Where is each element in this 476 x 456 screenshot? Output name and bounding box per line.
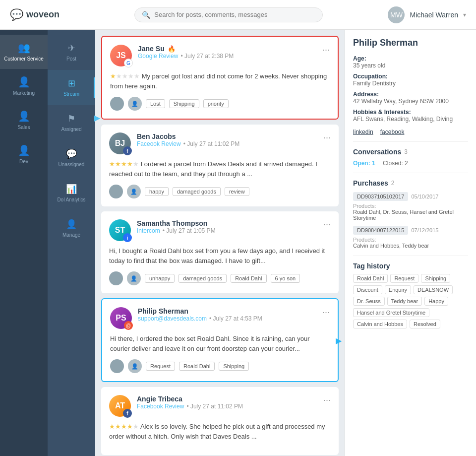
- address-label: Address:: [353, 91, 468, 98]
- tag-hist-6[interactable]: Dr. Seuss: [353, 297, 385, 306]
- sidebar-label-sales: Sales: [17, 125, 30, 130]
- tag-hist-8[interactable]: Happy: [424, 297, 448, 306]
- analytics-icon: 📊: [66, 184, 77, 195]
- nav-item-analytics[interactable]: 📊 Dol Analytics: [48, 176, 95, 211]
- conversations-header: Conversations 3: [353, 148, 468, 156]
- card-samantha-thompson[interactable]: ST i Samantha Thompson Intercom • July 2…: [101, 211, 339, 293]
- date-philip: • July 27 at 4:53 PM: [209, 315, 262, 322]
- card-arrow-philip: ▶: [336, 335, 342, 345]
- source-sam: Intercom: [137, 227, 160, 234]
- date-sam: • July 27 at 1:05 PM: [163, 227, 216, 234]
- tag-happy[interactable]: happy: [145, 187, 169, 196]
- card-name-jane-su: Jane Su: [138, 45, 165, 53]
- tag-roald-dahl-philip[interactable]: Roald Dahl: [179, 362, 215, 371]
- tag-request-philip[interactable]: Request: [146, 362, 175, 371]
- body-angie: ★★★★★ Alex is so lovely. She helped he p…: [109, 422, 331, 441]
- tag-roald-dahl-sam[interactable]: Roald Dahl: [231, 274, 266, 283]
- tag-unhappy[interactable]: unhappy: [145, 274, 175, 283]
- order-products-1: Roald Dahl, Dr. Seuss, Hansel and Gretel…: [353, 209, 468, 221]
- tag-hist-0[interactable]: Roald Dahl: [353, 274, 388, 283]
- social-links: linkedin facebook: [353, 129, 468, 135]
- nav-item-assigned[interactable]: ⚑ Assigned: [48, 105, 95, 140]
- logo-icon: 💬: [10, 8, 23, 21]
- tag-hist-11[interactable]: Resolved: [410, 320, 440, 328]
- nav-arrow-indicator: ▶: [94, 113, 100, 123]
- footer-philip: 👤 Request Roald Dahl Shipping: [110, 359, 330, 373]
- tag-shipping-philip[interactable]: Shipping: [219, 362, 249, 371]
- tag-hist-10[interactable]: Calvin and Hobbes: [353, 320, 407, 328]
- right-panel: Philip Sherman Age: 35 years old Occupat…: [345, 30, 476, 456]
- tag-hist-9[interactable]: Hansel and Gretel Storytime: [353, 308, 429, 317]
- profile-name: Philip Sherman: [353, 38, 468, 48]
- footer-ben: 👤 happy damaged goods review: [109, 185, 331, 198]
- facebook-link[interactable]: facebook: [380, 129, 405, 135]
- sidebar-label-customer-service: Customer Service: [4, 56, 43, 62]
- hobbies-label: Hobbies & Interests:: [353, 109, 468, 116]
- platform-badge-facebook-ben: f: [123, 146, 132, 155]
- card-name-sam: Samantha Thompson: [137, 219, 317, 227]
- tag-6yo-son[interactable]: 6 yo son: [271, 274, 300, 283]
- chevron-down-icon: ▾: [463, 11, 466, 18]
- sidebar-label-marketing: Marketing: [13, 90, 35, 96]
- more-menu-ben[interactable]: ···: [323, 132, 331, 143]
- profile-age: Age: 35 years old: [353, 55, 468, 69]
- tag-hist-5[interactable]: DEALSNOW: [414, 285, 453, 294]
- card-ben-jacobs[interactable]: BJ f Ben Jacobs Faceook Review • July 27…: [101, 125, 339, 206]
- sidebar-item-marketing[interactable]: 👤 Marketing: [0, 69, 48, 103]
- user-area: MW Michael Warren ▾: [388, 6, 466, 23]
- conversations-label: Conversations: [353, 148, 401, 156]
- divider-3: [353, 256, 468, 256]
- date-angie: • July 27 at 11:02 PM: [186, 403, 243, 410]
- tag-review[interactable]: review: [225, 187, 249, 196]
- nav-label-analytics: Dol Analytics: [57, 197, 85, 203]
- marketing-icon: 👤: [18, 76, 30, 88]
- order-id-1: DD9037105102017: [353, 192, 408, 201]
- more-menu-philip[interactable]: ···: [322, 307, 330, 318]
- tag-hist-2[interactable]: Shipping: [421, 274, 450, 283]
- unassigned-icon: 💬: [66, 148, 77, 159]
- more-menu-jane-su[interactable]: ···: [322, 45, 330, 55]
- sidebar-item-dev[interactable]: 👤 Dev: [0, 137, 48, 172]
- avatar-mini-ben: [109, 185, 123, 198]
- more-menu-sam[interactable]: ···: [323, 219, 331, 230]
- tag-hist-4[interactable]: Enquiry: [385, 285, 411, 294]
- sidebar-item-sales[interactable]: 👤 Sales: [0, 103, 48, 137]
- nav-item-stream[interactable]: ⊞ Stream: [48, 70, 95, 105]
- tag-history-label: Tag history: [353, 262, 468, 270]
- tag-priority[interactable]: priority: [203, 99, 229, 108]
- tag-damaged-goods-ben[interactable]: damaged goods: [173, 187, 221, 196]
- date-ben: • July 27 at 11:02 PM: [183, 140, 240, 147]
- search-input[interactable]: [154, 11, 315, 18]
- card-philip-sherman[interactable]: ▶ PS @ Philip Sherman support@davesdeals…: [101, 298, 339, 382]
- card-name-philip: Philip Sherman: [138, 307, 316, 315]
- more-menu-angie[interactable]: ···: [323, 395, 331, 405]
- card-jane-su[interactable]: JS G Jane Su 🔥 Google Review • July 27 a…: [101, 36, 339, 120]
- tag-shipping-jane[interactable]: Shipping: [169, 99, 199, 108]
- search-bar[interactable]: 🔍: [134, 7, 323, 22]
- card-angie-tribeca[interactable]: AT f Angie Tribeca Facebook Review • Jul…: [101, 387, 339, 455]
- linkedin-link[interactable]: linkedin: [353, 129, 373, 135]
- tag-damaged-goods-sam[interactable]: damaged goods: [178, 274, 227, 283]
- source-ben: Faceook Review: [137, 140, 181, 147]
- order-products-label-1: Products:: [353, 203, 468, 209]
- body-ben: ★★★★★ I ordered a parcel from Daves Deal…: [109, 159, 331, 179]
- date-jane-su: • July 27 at 2:38 PM: [180, 53, 234, 60]
- nav-item-post[interactable]: ✈ Post: [48, 35, 95, 70]
- card-name-angie: Angie Tribeca: [137, 395, 317, 403]
- search-icon: 🔍: [142, 11, 150, 19]
- order-1: DD9037105102017 05/10/2017 Products: Roa…: [353, 192, 468, 221]
- body-sam: Hi, I bought a Roald Dahl box set from y…: [109, 246, 331, 265]
- nav-item-manage[interactable]: 👤 Manage: [48, 211, 95, 246]
- tag-hist-1[interactable]: Request: [390, 274, 418, 283]
- avatar-mini-sam: [109, 271, 123, 285]
- sidebar-item-customer-service[interactable]: 👥 Customer Service: [0, 35, 48, 69]
- nav-sidebar: ✈ Post ⊞ Stream ⚑ Assigned 💬 Unassigned …: [48, 30, 95, 456]
- order-date-1: 05/10/2017: [411, 194, 438, 199]
- purchases-header: Purchases 2: [353, 179, 468, 187]
- tag-history-area: Roald Dahl Request Shipping Discount Enq…: [353, 274, 468, 328]
- tag-lost[interactable]: Lost: [146, 99, 165, 108]
- tag-hist-7[interactable]: Teddy bear: [387, 297, 422, 306]
- sidebar-label-dev: Dev: [19, 159, 28, 165]
- nav-item-unassigned[interactable]: 💬 Unassigned: [48, 140, 95, 176]
- tag-hist-3[interactable]: Discount: [353, 285, 382, 294]
